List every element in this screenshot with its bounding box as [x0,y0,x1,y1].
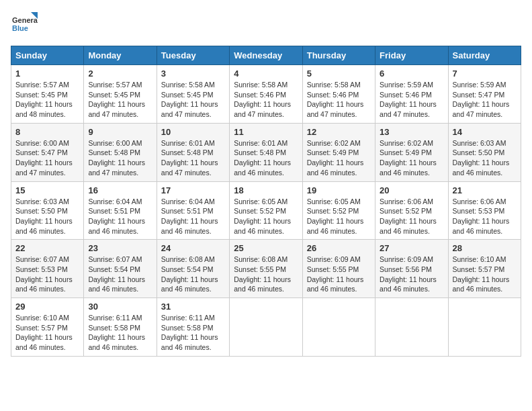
day-info: Sunrise: 6:02 AM Sunset: 5:49 PM Dayligh… [307,138,371,178]
sunset-label: Sunset: 5:51 PM [88,207,140,215]
sunrise-label: Sunrise: 5:59 AM [380,81,433,89]
day-info: Sunrise: 6:00 AM Sunset: 5:48 PM Dayligh… [88,138,152,178]
sunrise-label: Sunrise: 6:08 AM [234,255,287,263]
sunrise-label: Sunrise: 6:11 AM [88,314,142,322]
calendar-cell [375,298,448,357]
day-number: 21 [453,185,517,195]
calendar-cell: 12 Sunrise: 6:02 AM Sunset: 5:49 PM Dayl… [302,123,375,181]
daylight-label: Daylight: 11 hours and 46 minutes. [307,158,364,177]
daylight-label: Daylight: 11 hours and 46 minutes. [15,217,73,235]
daylight-label: Daylight: 11 hours and 46 minutes. [307,275,364,293]
sunset-label: Sunset: 5:55 PM [307,265,359,273]
sunrise-label: Sunrise: 6:03 AM [453,139,506,147]
calendar-cell: 30 Sunrise: 6:11 AM Sunset: 5:58 PM Dayl… [84,298,157,357]
day-number: 3 [161,68,225,79]
calendar-cell: 26 Sunrise: 6:09 AM Sunset: 5:55 PM Dayl… [302,240,375,298]
day-info: Sunrise: 5:59 AM Sunset: 5:47 PM Dayligh… [453,80,517,120]
day-info: Sunrise: 6:06 AM Sunset: 5:53 PM Dayligh… [453,197,517,236]
day-number: 31 [161,302,225,312]
calendar-cell: 16 Sunrise: 6:04 AM Sunset: 5:51 PM Dayl… [84,181,157,240]
daylight-label: Daylight: 11 hours and 46 minutes. [161,275,218,293]
daylight-label: Daylight: 11 hours and 46 minutes. [234,275,291,293]
day-number: 1 [15,68,79,79]
daylight-label: Daylight: 11 hours and 46 minutes. [453,217,510,235]
sunset-label: Sunset: 5:58 PM [161,324,214,332]
day-info: Sunrise: 5:58 AM Sunset: 5:45 PM Dayligh… [161,80,225,120]
day-info: Sunrise: 6:07 AM Sunset: 5:54 PM Dayligh… [88,255,152,294]
calendar-cell: 10 Sunrise: 6:01 AM Sunset: 5:48 PM Dayl… [157,123,229,181]
day-number: 7 [453,68,517,79]
sunrise-label: Sunrise: 6:00 AM [15,139,69,147]
calendar-cell: 11 Sunrise: 6:01 AM Sunset: 5:48 PM Dayl… [230,123,302,181]
calendar-cell: 22 Sunrise: 6:07 AM Sunset: 5:53 PM Dayl… [11,240,84,298]
calendar-cell: 6 Sunrise: 5:59 AM Sunset: 5:46 PM Dayli… [375,65,448,124]
svg-text:General: General [12,16,38,24]
sunrise-label: Sunrise: 6:11 AM [161,314,215,322]
sunrise-label: Sunrise: 6:06 AM [453,197,506,205]
day-info: Sunrise: 6:11 AM Sunset: 5:58 PM Dayligh… [88,313,152,353]
daylight-label: Daylight: 11 hours and 46 minutes. [380,217,437,235]
header-monday: Monday [84,46,157,65]
daylight-label: Daylight: 11 hours and 46 minutes. [453,158,510,177]
header-saturday: Saturday [448,46,521,65]
svg-text:Blue: Blue [12,24,28,32]
day-number: 30 [88,302,152,312]
calendar-cell [448,298,521,357]
daylight-label: Daylight: 11 hours and 47 minutes. [307,100,364,118]
sunrise-label: Sunrise: 6:01 AM [234,139,287,147]
daylight-label: Daylight: 11 hours and 46 minutes. [453,275,510,293]
calendar-cell: 7 Sunrise: 5:59 AM Sunset: 5:47 PM Dayli… [448,65,521,124]
sunrise-label: Sunrise: 5:59 AM [453,81,506,89]
sunrise-label: Sunrise: 6:09 AM [307,255,361,263]
day-number: 5 [307,68,371,79]
day-info: Sunrise: 6:05 AM Sunset: 5:52 PM Dayligh… [234,197,298,236]
day-number: 23 [88,243,152,253]
header-sunday: Sunday [11,46,84,65]
calendar-cell: 2 Sunrise: 5:57 AM Sunset: 5:45 PM Dayli… [84,65,157,124]
sunrise-label: Sunrise: 6:00 AM [88,139,142,147]
daylight-label: Daylight: 11 hours and 46 minutes. [380,275,437,293]
calendar-cell: 8 Sunrise: 6:00 AM Sunset: 5:47 PM Dayli… [11,123,84,181]
week-row-2: 8 Sunrise: 6:00 AM Sunset: 5:47 PM Dayli… [11,123,521,181]
day-number: 25 [234,243,298,253]
sunrise-label: Sunrise: 6:05 AM [307,197,361,205]
daylight-label: Daylight: 11 hours and 47 minutes. [88,158,145,177]
sunrise-label: Sunrise: 6:04 AM [88,197,142,205]
sunset-label: Sunset: 5:48 PM [161,148,214,156]
sunrise-label: Sunrise: 6:03 AM [15,197,69,205]
day-number: 28 [453,243,517,253]
day-info: Sunrise: 6:03 AM Sunset: 5:50 PM Dayligh… [15,197,79,236]
day-info: Sunrise: 5:58 AM Sunset: 5:46 PM Dayligh… [234,80,298,120]
calendar-cell: 29 Sunrise: 6:10 AM Sunset: 5:57 PM Dayl… [11,298,84,357]
logo-svg: General Blue [11,11,38,38]
day-info: Sunrise: 6:02 AM Sunset: 5:49 PM Dayligh… [380,138,443,178]
day-info: Sunrise: 6:06 AM Sunset: 5:52 PM Dayligh… [380,197,443,236]
logo: General Blue [11,11,38,38]
calendar-cell: 14 Sunrise: 6:03 AM Sunset: 5:50 PM Dayl… [448,123,521,181]
day-number: 29 [15,302,79,312]
calendar-cell: 1 Sunrise: 5:57 AM Sunset: 5:45 PM Dayli… [11,65,84,124]
day-info: Sunrise: 6:08 AM Sunset: 5:54 PM Dayligh… [161,255,225,294]
day-number: 6 [380,68,443,79]
day-number: 15 [15,185,79,195]
daylight-label: Daylight: 11 hours and 46 minutes. [15,275,73,293]
sunrise-label: Sunrise: 6:10 AM [453,255,506,263]
day-info: Sunrise: 6:10 AM Sunset: 5:57 PM Dayligh… [453,255,517,294]
day-number: 22 [15,243,79,253]
day-number: 12 [307,127,371,137]
calendar-cell [230,298,302,357]
day-number: 24 [161,243,225,253]
sunrise-label: Sunrise: 6:07 AM [15,255,69,263]
day-number: 26 [307,243,371,253]
daylight-label: Daylight: 11 hours and 48 minutes. [15,100,73,118]
calendar-cell: 25 Sunrise: 6:08 AM Sunset: 5:55 PM Dayl… [230,240,302,298]
sunrise-label: Sunrise: 6:02 AM [307,139,361,147]
day-info: Sunrise: 6:04 AM Sunset: 5:51 PM Dayligh… [161,197,225,236]
sunrise-label: Sunrise: 6:01 AM [161,139,215,147]
sunset-label: Sunset: 5:45 PM [15,91,68,99]
day-info: Sunrise: 6:01 AM Sunset: 5:48 PM Dayligh… [234,138,298,178]
daylight-label: Daylight: 11 hours and 46 minutes. [88,275,145,293]
day-info: Sunrise: 6:09 AM Sunset: 5:56 PM Dayligh… [380,255,443,294]
sunrise-label: Sunrise: 5:57 AM [88,81,142,89]
sunset-label: Sunset: 5:51 PM [161,207,214,215]
